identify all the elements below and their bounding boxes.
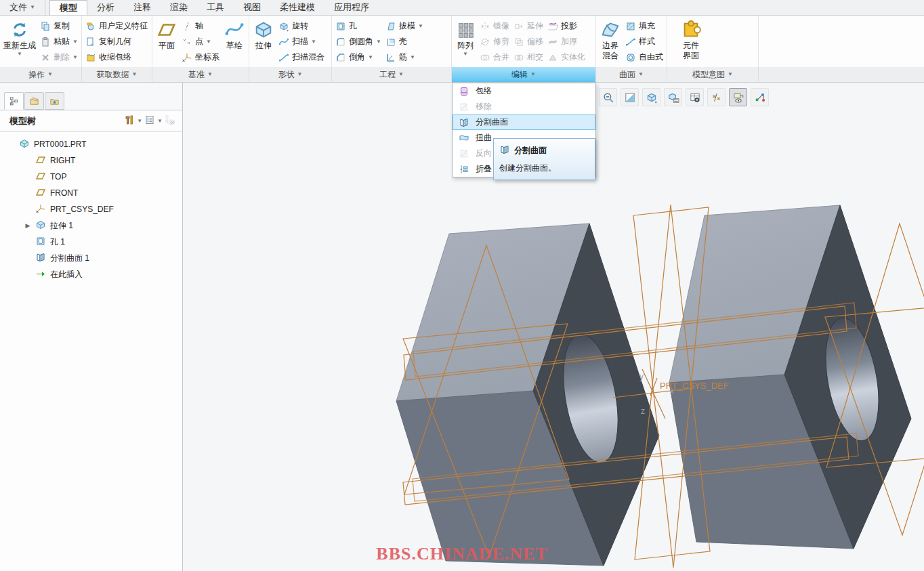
tree-item-在此插入[interactable]: 在此插入 — [0, 266, 182, 282]
ribbon-button-边界混合[interactable]: 边界混合 — [597, 17, 623, 66]
tab-渲染[interactable]: 渲染 — [161, 0, 197, 15]
ribbon-button-实体化: 实体化 — [545, 49, 587, 65]
model-tree-tool-list[interactable] — [144, 114, 155, 128]
round-icon — [335, 37, 346, 47]
group-label-模型意图[interactable]: 模型意图▼ — [667, 67, 759, 82]
ribbon-button-壳[interactable]: 壳 — [383, 34, 425, 49]
tooltip-description: 创建分割曲面。 — [499, 163, 589, 174]
group-label-操作[interactable]: 操作▼ — [0, 67, 82, 82]
dropdown-arrow-icon: ▼ — [376, 39, 381, 45]
tab-label: 工具 — [207, 1, 224, 14]
ribbon-button-阵列[interactable]: 阵列▼ — [453, 17, 478, 66]
chamfer-icon — [335, 52, 346, 63]
ribbon-group-模型意图: 元件界面 — [667, 16, 759, 67]
tab-视图[interactable]: 视图 — [234, 0, 270, 15]
ribbon-column: 延伸偏移相交 — [511, 17, 545, 65]
ribbon-button-扫描混合[interactable]: 扫描混合 — [276, 49, 327, 65]
zoom-out-button[interactable] — [599, 88, 617, 106]
navigator-favorites-tab[interactable] — [45, 92, 64, 110]
tab-label: 模型 — [60, 2, 77, 14]
button-label: 投影 — [561, 20, 577, 32]
navigator-modeltree-tab[interactable] — [4, 92, 24, 110]
hammer-icon — [124, 114, 135, 125]
navigator-folders-tab[interactable] — [24, 92, 44, 110]
ribbon-button-倒圆角[interactable]: 倒圆角▼ — [333, 34, 383, 49]
ribbon-button-填充[interactable]: 填充 — [623, 18, 665, 34]
ribbon-button-复制[interactable]: 复制 — [38, 18, 80, 34]
tab-分析[interactable]: 分析 — [87, 0, 124, 15]
ribbon-button-收缩包络[interactable]: 收缩包络 — [83, 49, 150, 65]
ribbon-button-复制几何[interactable]: 复制几何 — [83, 34, 150, 49]
modeltree-tab-icon — [9, 96, 19, 106]
saved-views-button[interactable] — [664, 88, 682, 106]
ribbon-button-元件界面[interactable]: 元件界面 — [669, 17, 713, 66]
tab-柔性建模[interactable]: 柔性建模 — [270, 0, 324, 15]
ribbon-button-拉伸[interactable]: 拉伸 — [251, 17, 276, 66]
ribbon-button-投影[interactable]: 投影 — [545, 18, 587, 34]
group-label-text: 模型意图 — [692, 69, 725, 81]
view-manager-button[interactable] — [686, 88, 704, 106]
ribbon-button-用户定义特征[interactable]: 用户定义特征 — [83, 18, 150, 34]
tree-item-孔 1[interactable]: 孔 1 — [0, 234, 182, 250]
datum-display-button[interactable] — [707, 88, 726, 106]
group-label-基准[interactable]: 基准▼ — [152, 67, 249, 82]
tab-应用程序[interactable]: 应用程序 — [324, 0, 379, 15]
display-style-icon — [646, 91, 658, 104]
tree-item-分割曲面 1[interactable]: 分割曲面 1 — [0, 250, 182, 266]
ribbon-button-扫描[interactable]: 扫描▼ — [276, 34, 327, 49]
tree-item-TOP[interactable]: TOP — [0, 169, 182, 185]
model-tree-toolbar: ▼▼ — [124, 114, 175, 128]
group-label-形状[interactable]: 形状▼ — [249, 67, 332, 82]
tree-item-RIGHT[interactable]: RIGHT — [0, 152, 182, 169]
button-label: 自由式 — [639, 51, 663, 63]
model-tree-tool-hammer[interactable] — [124, 114, 135, 128]
tree-item-PRT_CSYS_DEF[interactable]: PRT_CSYS_DEF — [0, 201, 182, 217]
ribbon-button-坐标系[interactable]: 坐标系 — [180, 49, 222, 65]
ribbon-column: 复制粘贴▼删除▼ — [38, 17, 80, 65]
ribbon-button-粘贴[interactable]: 粘贴▼ — [38, 34, 80, 49]
ribbon-button-样式[interactable]: 样式 — [623, 34, 665, 49]
dropdown-arrow-icon[interactable]: ▼ — [157, 119, 163, 124]
paste-icon — [40, 37, 51, 47]
menu-item-包络[interactable]: 包络 — [453, 83, 595, 99]
tab-模型[interactable]: 模型 — [49, 0, 87, 15]
copy-geometry-icon — [85, 37, 96, 47]
tree-item-FRONT[interactable]: FRONT — [0, 185, 182, 201]
tab-label: 柔性建模 — [280, 1, 315, 14]
ribbon-button-筋[interactable]: 筋▼ — [383, 49, 425, 65]
divide-surface-icon — [459, 117, 469, 128]
group-label-曲面[interactable]: 曲面▼ — [596, 67, 667, 82]
tab-文件[interactable]: 文件▼ — [0, 0, 45, 15]
refit-button[interactable] — [621, 88, 639, 106]
annotation-display-button[interactable] — [729, 88, 747, 106]
ribbon-button-拔模[interactable]: 拔模▼ — [383, 18, 425, 34]
ribbon-button-旋转[interactable]: 旋转 — [276, 18, 327, 34]
datum-display-icon — [711, 91, 723, 104]
group-label-编辑[interactable]: 编辑▼ — [452, 67, 596, 82]
ribbon-button-自由式[interactable]: 自由式 — [623, 49, 665, 65]
tree-item-PRT0001.PRT[interactable]: PRT0001.PRT — [0, 136, 182, 152]
sweep-icon — [278, 37, 289, 47]
group-label-工程[interactable]: 工程▼ — [332, 67, 452, 82]
ribbon-column: 孔倒圆角▼倒角▼ — [333, 17, 383, 65]
ribbon-button-重新生成[interactable]: 重新生成▼ — [1, 17, 38, 66]
ribbon-button-孔[interactable]: 孔 — [333, 18, 383, 34]
menu-item-分割曲面[interactable]: 分割曲面 — [453, 114, 595, 130]
ribbon-column: 轴点▼坐标系 — [180, 17, 222, 65]
ribbon-button-草绘[interactable]: 草绘 — [222, 17, 247, 66]
plane-icon — [35, 187, 46, 198]
button-label: 坐标系 — [195, 51, 219, 63]
display-style-button[interactable] — [642, 88, 660, 106]
ribbon-button-倒角[interactable]: 倒角▼ — [333, 49, 383, 65]
expand-arrow-icon[interactable]: ▶ — [24, 222, 31, 229]
dropdown-arrow-icon[interactable]: ▼ — [137, 119, 142, 124]
tab-注释[interactable]: 注释 — [124, 0, 161, 15]
spin-center-button[interactable] — [751, 88, 769, 106]
group-label-获取数据[interactable]: 获取数据▼ — [82, 67, 152, 82]
ribbon-button-点[interactable]: 点▼ — [180, 34, 222, 49]
dropdown-arrow-icon: ▼ — [463, 51, 468, 57]
ribbon-button-平面[interactable]: 平面 — [154, 17, 180, 66]
tree-item-拉伸 1[interactable]: ▶拉伸 1 — [0, 217, 182, 234]
tab-工具[interactable]: 工具 — [197, 0, 234, 15]
ribbon-button-轴[interactable]: 轴 — [180, 18, 222, 34]
